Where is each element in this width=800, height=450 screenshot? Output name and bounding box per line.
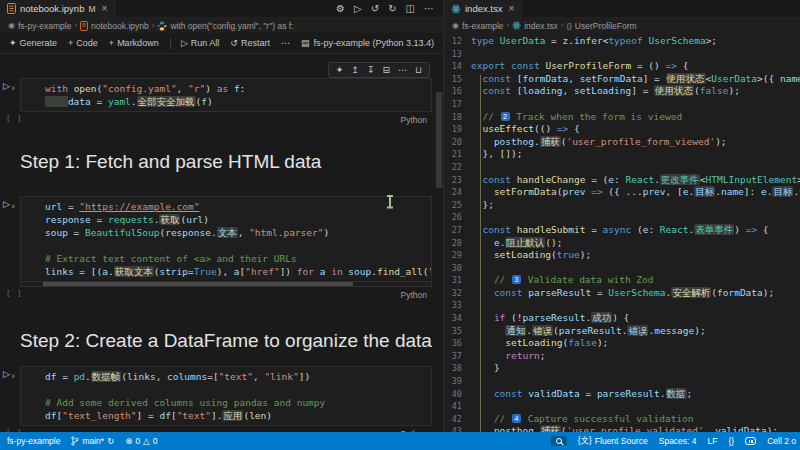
execute-cell-below-icon[interactable]: ↧ xyxy=(367,65,375,75)
run-cell-button[interactable]: ▷∨ xyxy=(3,81,15,91)
line-number[interactable]: 23 xyxy=(444,174,471,187)
markdown-cell[interactable]: Step 2: Create a DataFrame to organize t… xyxy=(20,328,432,353)
code-line[interactable]: 37 return; xyxy=(444,350,800,363)
line-number[interactable]: 31 xyxy=(444,274,471,287)
code-line[interactable]: 31 // 3 Validate data with Zod xyxy=(444,274,800,287)
cell-editor[interactable]: url = "https://example.com"response = re… xyxy=(20,196,432,282)
breadcrumb-symbol[interactable]: with open("config.yaml", "r") as f: xyxy=(170,21,293,31)
run-all-button[interactable]: ▷Run All xyxy=(181,38,219,48)
execute-above-icon[interactable]: ↥ xyxy=(351,65,359,75)
remote-indicator[interactable]: fs-py-example xyxy=(7,436,60,446)
code-line[interactable]: 12type UserData = z.infer<typeof UserSch… xyxy=(444,35,800,48)
code-line[interactable]: 23 const handleChange = (e: React.更改事件<H… xyxy=(444,174,800,187)
line-number[interactable]: 34 xyxy=(444,312,471,325)
code-line[interactable]: with open("config.yaml", "r") as f: xyxy=(45,82,431,95)
line-number[interactable]: 42 xyxy=(444,413,471,426)
settings-gear-icon[interactable]: ⚙ xyxy=(336,3,345,14)
line-number[interactable]: 19 xyxy=(444,123,471,136)
line-number[interactable]: 30 xyxy=(444,262,471,275)
code-line[interactable]: links = [(a.获取文本(strip=True), a["href"])… xyxy=(45,265,431,278)
code-line[interactable]: 21 }, []); xyxy=(444,148,800,161)
code-line[interactable]: 18 // 2 Track when the form is viewed xyxy=(444,111,800,124)
cell-language-label[interactable]: Python xyxy=(401,115,432,125)
line-number[interactable]: 36 xyxy=(444,337,471,350)
code-line[interactable]: response = requests.获取(url) xyxy=(45,213,431,226)
code-line[interactable]: 22 xyxy=(444,161,800,174)
breadcrumb-file[interactable]: notebook.ipynb xyxy=(91,21,149,31)
line-number[interactable]: 18 xyxy=(444,111,471,124)
toolbar-more-button[interactable]: ⋯ xyxy=(281,38,290,48)
more-cell-actions-icon[interactable]: ⋯ xyxy=(398,65,407,75)
code-line[interactable]: # Extract text content of <a> and their … xyxy=(45,252,431,265)
breadcrumb-file[interactable]: index.tsx xyxy=(524,21,558,31)
line-number[interactable]: 29 xyxy=(444,249,471,262)
add-markdown-button[interactable]: +Markdown xyxy=(109,38,159,48)
code-line[interactable]: df["text_length"] = df["text"].应用(len) xyxy=(45,409,431,422)
line-number[interactable]: 39 xyxy=(444,375,471,388)
code-line[interactable]: df = pd.数据帧(links, columns=["text", "lin… xyxy=(45,370,431,383)
code-line[interactable]: 13 xyxy=(444,48,800,61)
code-line[interactable]: 32 const parseResult = UserSchema.安全解析(f… xyxy=(444,287,800,300)
line-number[interactable]: 17 xyxy=(444,98,471,111)
code-editor[interactable]: 12type UserData = z.infer<typeof UserSch… xyxy=(444,33,800,432)
sync-icon[interactable]: ↻ xyxy=(388,3,396,14)
run-all-icon[interactable]: ▷ xyxy=(354,3,362,14)
code-line[interactable]: 17 xyxy=(444,98,800,111)
problems-item[interactable]: ⊗ 0 △ 0 xyxy=(125,436,157,446)
code-line[interactable]: data = yaml.全部安全加载(f) xyxy=(45,95,431,108)
cell-language-label[interactable]: Python xyxy=(401,429,432,433)
run-cell-button[interactable]: ▷∨ xyxy=(3,369,15,379)
code-line[interactable]: 40 const validData = parseResult.数据; xyxy=(444,388,800,401)
code-line[interactable]: 34 if (!parseResult.成功) { xyxy=(444,312,800,325)
generate-cell-icon[interactable]: ✦ xyxy=(336,65,344,75)
line-number[interactable]: 37 xyxy=(444,350,471,363)
line-number[interactable]: 22 xyxy=(444,161,471,174)
code-line[interactable]: 33 xyxy=(444,299,800,312)
split-editor-icon[interactable]: ◫ xyxy=(406,3,415,14)
breadcrumb-folder[interactable]: fs-py-example xyxy=(18,21,71,31)
code-line[interactable]: 30 xyxy=(444,262,800,275)
indentation-item[interactable]: Spaces: 4 xyxy=(659,436,697,446)
code-line[interactable]: soup = BeautifulSoup(response.文本, "html.… xyxy=(45,226,431,239)
more-actions-icon[interactable]: ⋯ xyxy=(424,3,434,14)
code-line[interactable]: 15 const [formData, setFormData] = 使用状态<… xyxy=(444,73,800,86)
scrollbar-thumb[interactable] xyxy=(43,282,353,286)
language-mode-item[interactable]: {} xyxy=(728,436,734,446)
line-number[interactable]: 24 xyxy=(444,186,471,199)
code-line[interactable]: 38 } xyxy=(444,362,800,375)
cell-indicator[interactable]: Cell 2 o xyxy=(767,436,796,446)
line-number[interactable]: 21 xyxy=(444,148,471,161)
code-line[interactable]: 42 // 4 Capture successful validation xyxy=(444,413,800,426)
markdown-cell[interactable]: Step 1: Fetch and parse HTML data xyxy=(20,149,432,174)
code-line[interactable] xyxy=(45,239,431,252)
line-number[interactable]: 14 xyxy=(444,60,471,73)
vertical-scrollbar-thumb[interactable] xyxy=(436,92,442,188)
code-line[interactable]: 41 xyxy=(444,400,800,413)
code-line[interactable]: 25 }; xyxy=(444,199,800,212)
generate-button[interactable]: ✦Generate xyxy=(9,38,57,48)
add-code-button[interactable]: +Code xyxy=(68,38,98,48)
code-line[interactable]: 28 e.阻止默认(); xyxy=(444,237,800,250)
cell-editor[interactable]: df = pd.数据帧(links, columns=["text", "lin… xyxy=(20,366,432,426)
line-number[interactable]: 16 xyxy=(444,85,471,98)
git-branch-item[interactable]: main* ↻ xyxy=(71,436,114,446)
restart-button[interactable]: ↺Restart xyxy=(230,38,270,48)
cell-language-label[interactable]: Python xyxy=(401,290,432,300)
notebook-code-cell[interactable]: ▷∨ url = "https://example.com"response =… xyxy=(20,196,432,302)
code-line[interactable]: 24 setFormData(prev => ({ ...prev, [e.目标… xyxy=(444,186,800,199)
line-number[interactable]: 35 xyxy=(444,325,471,338)
line-number[interactable]: 33 xyxy=(444,299,471,312)
tab-notebook[interactable]: notebook.ipynb M × xyxy=(0,0,115,17)
code-line[interactable] xyxy=(45,383,431,396)
restart-kernel-icon[interactable]: ↺ xyxy=(371,3,379,14)
code-line[interactable]: 35 通知.错误(parseResult.错误.message); xyxy=(444,325,800,338)
line-number[interactable]: 41 xyxy=(444,400,471,413)
line-number[interactable]: 25 xyxy=(444,199,471,212)
copilot-icon[interactable] xyxy=(745,437,756,445)
line-number[interactable]: 15 xyxy=(444,73,471,86)
line-number[interactable]: 43 xyxy=(444,425,471,432)
cell-editor[interactable]: with open("config.yaml", "r") as f: data… xyxy=(20,78,432,112)
delete-cell-icon[interactable]: ⊔ xyxy=(415,65,422,75)
breadcrumb-symbol[interactable]: UserProfileForm xyxy=(575,21,637,31)
code-line[interactable]: 19 useEffect(() => { xyxy=(444,123,800,136)
